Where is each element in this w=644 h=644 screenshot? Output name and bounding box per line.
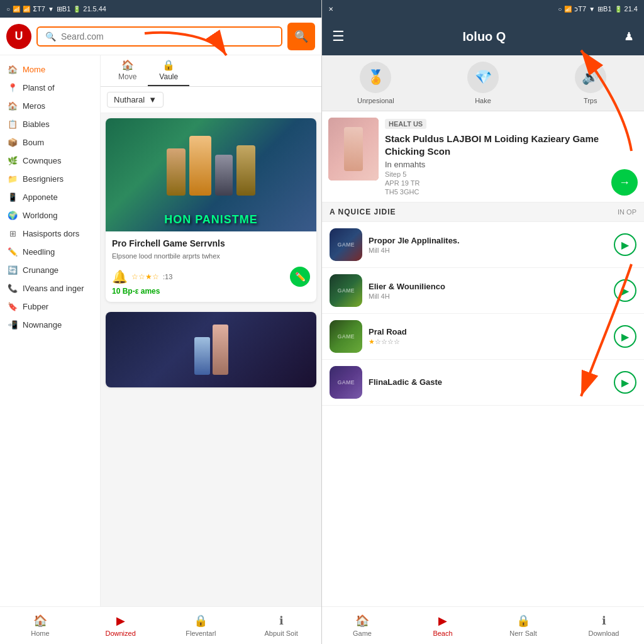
sidebar-leaf-icon: 🌿: [8, 156, 18, 165]
right-panel: ✕ ○ 📶 ɔT7 ▼ ⊞B1 🔋 21.4 ☰ Ioluo Q ♟ 🏅 Unr…: [322, 0, 644, 644]
featured-detail2: APR 19 TR: [385, 179, 605, 187]
left-time: 21.5.44: [83, 5, 106, 13]
sidebar-item-biables[interactable]: 📋 Biables: [0, 115, 100, 133]
tab-vaule[interactable]: 🔒 Vaule: [148, 55, 189, 86]
bell-icon: 🔔: [112, 269, 128, 284]
sidebar-item-mome[interactable]: 🏠 Mome: [0, 60, 100, 79]
category-label-3: Trps: [584, 97, 597, 104]
list-item[interactable]: GAME Pral Road ★☆☆☆☆ ▶: [322, 314, 644, 360]
search-icon-small: 🔍: [45, 31, 56, 42]
nav-home[interactable]: 🏠 Home: [0, 607, 80, 644]
rating-stars: ☆☆★☆: [131, 272, 159, 281]
category-trps[interactable]: 🔊 Trps: [536, 62, 644, 104]
tab-vaule-icon: 🔒: [162, 59, 175, 71]
status-rtt: ƩT7: [33, 5, 45, 13]
sidebar-item-worldong[interactable]: 🌍 Worldong: [0, 206, 100, 225]
sidebar-item-cownques[interactable]: 🌿 Cownques: [0, 152, 100, 170]
sidebar-item-planst[interactable]: 📍 Planst of: [0, 79, 100, 97]
game-title-overlay: HON PANISTME: [106, 213, 316, 226]
right-time: 21.4: [625, 5, 638, 13]
sidebar-label-boum: Boum: [23, 138, 44, 147]
sidebar-home-icon: 🏠: [8, 65, 18, 74]
download-btn[interactable]: ✏️: [290, 267, 310, 287]
search-input[interactable]: [61, 31, 274, 42]
right-nav-game[interactable]: 🏠 Game: [322, 607, 402, 644]
game-meta: 🔔 ☆☆★☆ :13 ✏️: [112, 267, 310, 287]
status-arrow-icon: ▼: [48, 6, 54, 13]
sidebar-label-mome: Mome: [23, 65, 45, 74]
search-btn-icon: 🔍: [294, 30, 308, 43]
tab-move-label: Move: [118, 72, 136, 81]
search-bar[interactable]: 🔍: [36, 26, 282, 47]
nav-fleventarl[interactable]: 🔒 Fleventarl: [161, 607, 242, 644]
right-nav-beach[interactable]: ▶ Beach: [402, 607, 483, 644]
left-content: 🏠 Move 🔒 Vaule Nutharal ▼: [101, 55, 321, 606]
right-header-chess-icon[interactable]: ♟: [624, 30, 634, 43]
sidebar-item-boum[interactable]: 📦 Boum: [0, 133, 100, 152]
sidebar-label-cownques: Cownques: [23, 156, 61, 165]
sidebar-pin-icon: 📍: [8, 83, 18, 92]
download-btn-3[interactable]: ▶: [614, 325, 636, 348]
sidebar: 🏠 Mome 📍 Planst of 🏠 Meros 📋 Biables 📦: [0, 55, 101, 606]
app-name-2: Elier & Wounilienco: [369, 282, 608, 291]
sidebar-label-needling: Needling: [23, 247, 55, 257]
app-icon-1: GAME: [330, 228, 362, 261]
app-list: GAME Propor Jle Applinalites. Mill 4H ▶ …: [322, 222, 644, 606]
category-circle-2: 💎: [467, 62, 499, 93]
status-circle-icon: ○: [6, 6, 10, 13]
sidebar-item-crunange[interactable]: 🔄 Crunange: [0, 261, 100, 279]
search-button[interactable]: 🔍: [287, 23, 315, 50]
game-card-2: [106, 312, 316, 387]
download-btn-4[interactable]: ▶: [614, 371, 636, 394]
list-item[interactable]: GAME Propor Jle Applinalites. Mill 4H ▶: [322, 222, 644, 268]
sidebar-item-meros[interactable]: 🏠 Meros: [0, 97, 100, 115]
app-icon-2: GAME: [330, 274, 362, 307]
right-nav-nerr-label: Nerr Salt: [509, 630, 536, 637]
featured-action-btn[interactable]: →: [611, 169, 638, 196]
right-status-sim: ⊞B1: [597, 5, 611, 13]
download-btn-1[interactable]: ▶: [614, 233, 636, 256]
sidebar-item-needling[interactable]: ✏️ Needling: [0, 243, 100, 261]
featured-title: Stack Puldus LAJBOI M Loiding Kazieary G…: [385, 133, 605, 157]
sidebar-list-icon: 📋: [8, 119, 18, 129]
sidebar-item-fubper[interactable]: 🔖 Fubper: [0, 297, 100, 316]
nav-home-icon: 🏠: [33, 614, 47, 628]
featured-subtitle: In enmahts: [385, 160, 605, 169]
app-name-4: FlinaLadic & Gaste: [369, 377, 608, 387]
install-count: 10 Bp-ε ames: [112, 287, 310, 296]
category-row: 🏅 Unrpesional 💎 Hake 🔊 Trps: [322, 55, 644, 111]
right-status-circle: ○: [558, 6, 562, 13]
sidebar-item-apponete[interactable]: 📱 Apponete: [0, 188, 100, 206]
sidebar-phone-icon: 📞: [8, 284, 18, 293]
tab-move[interactable]: 🏠 Move: [107, 55, 148, 86]
right-header-title: Ioluo Q: [352, 30, 616, 44]
nav-home-label: Home: [31, 630, 49, 637]
featured-banner: HEALT US Stack Puldus LAJBOI M Loiding K…: [322, 111, 644, 203]
sidebar-label-planst: Planst of: [23, 83, 55, 92]
filter-dropdown[interactable]: Nutharal ▼: [107, 92, 164, 108]
right-nav-nerr[interactable]: 🔒 Nerr Salt: [483, 607, 564, 644]
right-nav-download-icon: ℹ: [602, 614, 606, 628]
nav-downized[interactable]: ▶ Downized: [80, 607, 161, 644]
hamburger-icon[interactable]: ☰: [332, 28, 345, 45]
filter-row: Nutharal ▼: [101, 87, 321, 113]
featured-info: HEALT US Stack Puldus LAJBOI M Loiding K…: [385, 118, 605, 196]
category-hake[interactable]: 💎 Hake: [430, 62, 537, 104]
app-icon-4: GAME: [330, 366, 362, 399]
right-nav-game-label: Game: [353, 630, 372, 637]
sidebar-label-hasisports: Hasisports dors: [23, 229, 79, 238]
logo[interactable]: U: [6, 24, 31, 49]
sidebar-item-hasisports[interactable]: ⊞ Hasisports dors: [0, 225, 100, 243]
sidebar-item-nownange[interactable]: 📲 Nownange: [0, 316, 100, 334]
download-btn-2[interactable]: ▶: [614, 279, 636, 302]
list-item[interactable]: GAME Elier & Wounilienco Mill 4H ▶: [322, 268, 644, 314]
featured-label: HEALT US: [385, 119, 426, 129]
right-battery-icon: 🔋: [614, 6, 622, 13]
list-item[interactable]: GAME FlinaLadic & Gaste ▶: [322, 360, 644, 406]
nav-abpuit[interactable]: ℹ Abpuit Soit: [241, 607, 321, 644]
right-nav-download[interactable]: ℹ Download: [564, 607, 644, 644]
sidebar-item-iveans[interactable]: 📞 IVeans and inger: [0, 279, 100, 297]
sidebar-label-worldong: Worldong: [23, 211, 57, 220]
category-unrpesional[interactable]: 🏅 Unrpesional: [322, 62, 430, 104]
sidebar-item-besrigniers[interactable]: 📁 Besrigniers: [0, 170, 100, 188]
